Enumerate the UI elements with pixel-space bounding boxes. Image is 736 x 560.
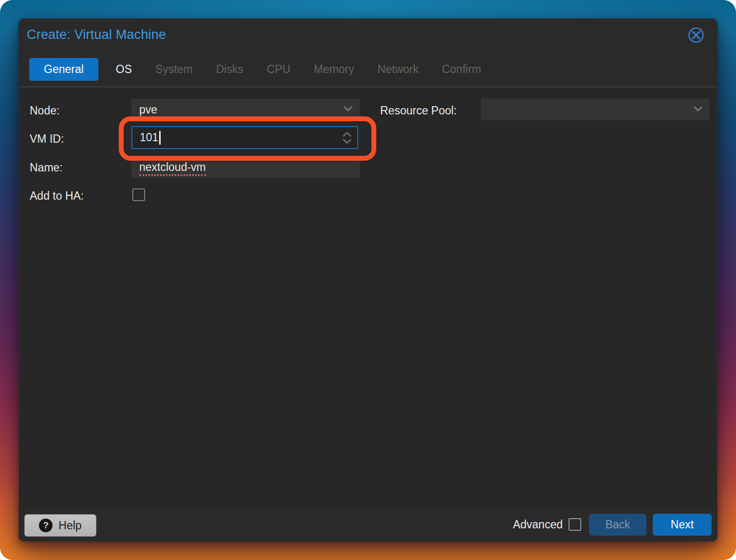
text-cursor [159,131,161,145]
help-button[interactable]: ? Help [24,514,96,537]
tab-network: Network [366,58,430,81]
dialog-footer: ? Help Advanced Back Next [18,507,718,541]
next-button[interactable]: Next [653,514,712,536]
wizard-tabbar: General OS System Disks CPU Memory Netwo… [29,58,493,81]
name-label: Name: [30,161,63,174]
advanced-checkbox[interactable] [569,518,581,531]
form-panel: Node: pve Resource Pool: [18,87,718,508]
circle-x-icon [687,26,705,44]
node-label: Node: [30,104,59,117]
add-to-ha-checkbox[interactable] [132,188,145,201]
add-to-ha-label: Add to HA: [30,189,84,203]
chevron-down-icon [693,105,703,114]
tab-os[interactable]: OS [104,58,144,81]
dialog-title: Create: Virtual Machine [27,27,166,42]
desktop-background: Create: Virtual Machine General OS Syste… [0,0,736,560]
tab-system: System [144,58,204,81]
back-button[interactable]: Back [589,514,646,536]
advanced-label: Advanced [513,518,563,531]
help-button-label: Help [58,519,81,532]
chevron-down-icon [343,105,353,114]
back-button-label: Back [605,518,630,531]
tab-memory: Memory [302,58,366,81]
spinner-up-down-icon[interactable] [343,131,351,144]
next-button-label: Next [671,518,694,531]
name-input[interactable]: nextcloud-vm [131,156,360,178]
resource-pool-select[interactable] [481,98,710,120]
tab-cpu: CPU [255,58,302,81]
vmid-value: 101 [132,131,158,144]
resource-pool-label: Resource Pool: [380,104,457,117]
name-value: nextcloud-vm [139,161,206,176]
vmid-input[interactable]: 101 [131,126,358,149]
close-icon[interactable] [687,26,705,44]
node-value: pve [131,103,157,116]
tab-general[interactable]: General [29,58,98,81]
vmid-label: VM ID: [30,132,64,146]
tab-disks: Disks [204,58,255,81]
create-vm-dialog: Create: Virtual Machine General OS Syste… [18,19,718,541]
question-mark-icon: ? [39,519,53,532]
tab-confirm: Confirm [430,58,493,81]
node-select[interactable]: pve [131,99,360,120]
